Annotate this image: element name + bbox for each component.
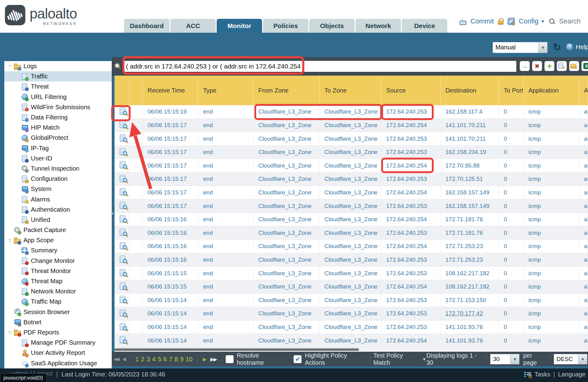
log-detail-cell[interactable] — [115, 321, 130, 334]
log-detail-cell[interactable] — [115, 253, 130, 267]
search-button[interactable]: Search — [559, 17, 581, 25]
sidebar-item-wildfire-submissions[interactable]: WildFire Submissions — [4, 102, 112, 112]
log-detail-magnifier-icon[interactable] — [119, 283, 127, 291]
page-number-4[interactable]: 4 — [152, 356, 156, 363]
page-number-9[interactable]: 9 — [180, 356, 184, 363]
filter-builder-icon[interactable]: ▼ — [557, 61, 567, 71]
sidebar-collapse-handle[interactable]: ◂ — [111, 206, 115, 220]
tab-policies[interactable]: Policies — [263, 19, 308, 33]
log-detail-magnifier-icon[interactable] — [119, 161, 127, 170]
sidebar-item-hip-match[interactable]: HIP Match — [4, 122, 112, 133]
log-detail-cell[interactable] — [115, 294, 130, 307]
log-detail-cell[interactable] — [115, 146, 130, 159]
sidebar-item-traffic-map[interactable]: Traffic Map — [4, 297, 112, 307]
per-page-select[interactable]: 30 ▼ — [490, 354, 519, 364]
tasks-button[interactable]: Tasks — [535, 371, 550, 378]
page-number-7[interactable]: 7 — [169, 356, 172, 363]
expand-triangle-icon[interactable]: ▽ — [6, 330, 14, 335]
sort-order-dropdown-arrow[interactable]: ▼ — [578, 354, 587, 364]
tab-device[interactable]: Device — [402, 19, 447, 33]
sidebar-item-threat-map[interactable]: Threat Map — [4, 276, 112, 286]
export-csv-icon[interactable]: X — [582, 61, 588, 71]
log-detail-magnifier-icon[interactable] — [119, 296, 127, 304]
sidebar-item-session-browser[interactable]: Session Browser — [4, 307, 112, 317]
sidebar-item-network-monitor[interactable]: Network Monitor — [4, 286, 112, 297]
sidebar-item-user-activity-report[interactable]: User Activity Report — [4, 348, 112, 358]
horizontal-scrollbar-thumb[interactable] — [115, 348, 359, 351]
sidebar-item-globalprotect[interactable]: GlobalProtect — [4, 133, 112, 143]
add-filter-icon[interactable]: + — [544, 61, 554, 71]
log-detail-cell[interactable] — [115, 199, 130, 213]
column-header-action[interactable]: Action — [579, 76, 588, 105]
first-page-button[interactable]: ◀◀ — [114, 356, 119, 362]
log-detail-cell[interactable] — [115, 240, 130, 253]
sidebar-item-packet-capture[interactable]: Packet Capture — [4, 225, 112, 235]
column-header-to-port[interactable]: To Port — [499, 76, 523, 105]
sidebar-item-botnet[interactable]: Botnet — [4, 317, 112, 327]
config-caret-icon[interactable]: ▼ — [540, 19, 545, 24]
log-detail-magnifier-icon[interactable] — [119, 135, 127, 143]
log-detail-cell[interactable] — [115, 226, 130, 239]
sidebar-item-tunnel-inspection[interactable]: Tunnel Inspection — [4, 164, 112, 174]
column-header-source[interactable]: Source — [381, 76, 440, 105]
log-detail-cell[interactable] — [115, 267, 130, 280]
column-header-application[interactable]: Application — [523, 76, 579, 105]
tab-objects[interactable]: Objects — [309, 19, 355, 33]
log-detail-cell[interactable] — [115, 132, 130, 145]
sidebar-item-alarms[interactable]: Alarms — [4, 194, 112, 204]
column-header-receive-time[interactable]: Receive Time — [143, 76, 198, 105]
column-header-destination[interactable]: Destination — [440, 76, 499, 105]
page-number-10[interactable]: 10 — [186, 356, 193, 363]
log-detail-magnifier-icon[interactable] — [119, 108, 127, 116]
sidebar-item-logs[interactable]: ▽Logs — [4, 61, 112, 71]
log-detail-cell[interactable] — [115, 159, 130, 172]
log-detail-magnifier-icon[interactable] — [119, 336, 127, 345]
sidebar-item-change-monitor[interactable]: Change Monitor — [4, 256, 112, 266]
highlight-policy-actions-checkbox[interactable]: ✔ — [294, 355, 302, 363]
log-detail-magnifier-icon[interactable] — [119, 148, 127, 156]
tab-network[interactable]: Network — [356, 19, 401, 33]
sidebar-item-ip-tag[interactable]: IP-Tag — [4, 143, 112, 153]
log-detail-magnifier-icon[interactable] — [119, 215, 127, 224]
page-number-6[interactable]: 6 — [163, 356, 167, 363]
sidebar-item-app-scope[interactable]: ▽App Scope — [4, 235, 112, 245]
log-detail-cell[interactable] — [115, 307, 130, 320]
column-header-to-zone[interactable]: To Zone — [319, 76, 381, 105]
lock-icon[interactable] — [498, 18, 503, 25]
sidebar-item-user-id[interactable]: User-ID — [4, 153, 112, 164]
sidebar-item-url-filtering[interactable]: URL Filtering — [4, 92, 112, 102]
log-detail-magnifier-icon[interactable] — [119, 175, 127, 183]
page-number-8[interactable]: 8 — [175, 356, 178, 363]
load-filter-icon[interactable]: ▼ — [569, 61, 579, 71]
language-button[interactable]: Language — [558, 371, 586, 378]
tab-dashboard[interactable]: Dashboard — [124, 19, 169, 33]
clear-filter-icon[interactable]: ✖ — [532, 61, 542, 71]
log-detail-cell[interactable] — [115, 334, 130, 347]
sidebar-item-pdf-reports[interactable]: ▽PDF Reports — [4, 327, 112, 338]
log-filter-input[interactable]: ( addr.src in 172.64.240.253 ) or ( addr… — [122, 60, 517, 72]
log-detail-cell[interactable] — [115, 172, 130, 186]
expand-triangle-icon[interactable]: ▽ — [6, 238, 14, 243]
horizontal-scrollbar-track[interactable] — [115, 347, 588, 352]
refresh-mode-dropdown-arrow[interactable]: ▼ — [538, 42, 547, 53]
refresh-mode-select[interactable]: Manual ▼ — [493, 42, 548, 53]
log-detail-cell[interactable] — [115, 213, 130, 226]
refresh-button[interactable]: ↻ — [553, 41, 561, 53]
column-header-from-zone[interactable]: From Zone — [253, 76, 319, 105]
commit-button[interactable]: Commit — [470, 17, 494, 25]
log-detail-cell[interactable] — [115, 119, 130, 132]
sidebar-item-system[interactable]: System — [4, 184, 112, 194]
sidebar-item-threat[interactable]: Threat — [4, 81, 112, 92]
test-policy-match-caret-icon[interactable]: ▼ — [422, 357, 426, 362]
expand-triangle-icon[interactable]: ▽ — [6, 64, 14, 69]
last-page-button[interactable]: ▶▶ — [210, 356, 217, 362]
log-detail-magnifier-icon[interactable] — [119, 269, 127, 277]
page-number-2[interactable]: 2 — [141, 356, 144, 363]
prev-page-button[interactable]: ◀ — [123, 356, 125, 362]
sidebar-item-data-filtering[interactable]: Data Filtering — [4, 112, 112, 122]
apply-filter-icon[interactable]: → — [520, 61, 530, 71]
column-header-type[interactable]: Type — [198, 76, 253, 105]
log-detail-cell[interactable] — [115, 280, 130, 293]
tab-acc[interactable]: ACC — [170, 19, 216, 33]
resolve-hostname-checkbox[interactable] — [226, 355, 234, 363]
